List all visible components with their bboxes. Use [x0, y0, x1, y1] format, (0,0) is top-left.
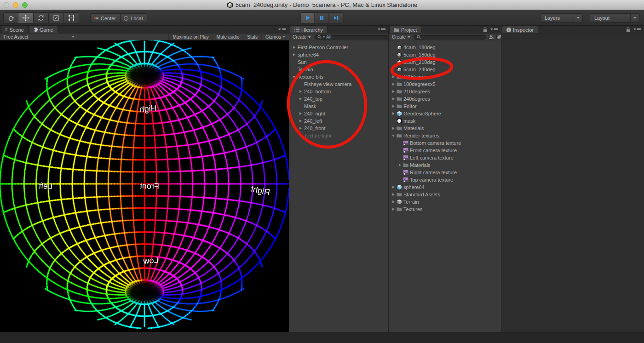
- game-view[interactable]: HighLeftFrontRightLow: [0, 40, 289, 332]
- expand-arrow-icon[interactable]: [291, 51, 297, 58]
- expand-arrow-icon[interactable]: [397, 161, 402, 169]
- unity-scene-icon: [396, 52, 402, 57]
- hierarchy-search[interactable]: [314, 34, 390, 40]
- item-label: sphere64: [298, 52, 319, 57]
- project-item-row[interactable]: Textures: [389, 206, 501, 213]
- expand-arrow-icon[interactable]: [391, 206, 396, 213]
- hierarchy-item-row[interactable]: Mask: [289, 103, 388, 110]
- project-item-row[interactable]: 210degrees: [389, 88, 501, 95]
- person-search-icon: [489, 35, 494, 40]
- project-item-row[interactable]: Materials: [389, 125, 501, 132]
- expand-arrow-icon[interactable]: [391, 73, 396, 80]
- panel-menu-icon[interactable]: [378, 28, 385, 31]
- pivot-center-button[interactable]: Center: [90, 13, 121, 23]
- tab-hierarchy[interactable]: Hierarchy: [290, 26, 328, 33]
- create-button[interactable]: Create: [391, 34, 411, 40]
- create-button[interactable]: Create: [292, 34, 312, 40]
- aspect-dropdown[interactable]: Free Aspect: [0, 34, 78, 40]
- tab-project[interactable]: Project: [389, 26, 421, 33]
- search-filter-caret-icon[interactable]: [323, 36, 325, 38]
- hierarchy-item-row[interactable]: 240_left: [289, 117, 388, 125]
- tab-game[interactable]: Game: [29, 26, 58, 33]
- expand-arrow-icon[interactable]: [298, 95, 303, 103]
- hierarchy-item-row[interactable]: 240_right: [289, 110, 388, 117]
- project-item-row[interactable]: Materials: [389, 161, 501, 169]
- tab-inspector[interactable]: i Inspector: [502, 26, 538, 33]
- expand-arrow-icon[interactable]: [298, 88, 303, 95]
- project-item-row[interactable]: 4cam_180deg: [389, 44, 501, 51]
- project-item-row[interactable]: 240degrees: [389, 95, 501, 103]
- project-item-row[interactable]: 180degreesx5: [389, 80, 501, 88]
- project-item-row[interactable]: Top camera texture: [389, 176, 501, 183]
- expand-arrow-icon[interactable]: [391, 132, 396, 139]
- project-search[interactable]: [414, 34, 486, 40]
- scale-tool-button[interactable]: [49, 12, 64, 23]
- expand-arrow-icon[interactable]: [391, 198, 396, 206]
- expand-arrow-icon[interactable]: [391, 88, 396, 95]
- expand-arrow-icon[interactable]: [391, 103, 396, 110]
- project-item-row[interactable]: Bottom camera texture: [389, 139, 501, 147]
- hand-tool-button[interactable]: [3, 12, 18, 23]
- gizmos-dropdown[interactable]: Gizmos: [261, 34, 289, 40]
- stats-button[interactable]: Stats: [243, 34, 261, 40]
- pause-button[interactable]: [315, 12, 329, 23]
- expand-arrow-icon[interactable]: [298, 125, 303, 132]
- step-button[interactable]: [329, 12, 344, 23]
- layers-dropdown[interactable]: Layers: [540, 13, 583, 23]
- project-item-row[interactable]: Editor: [389, 103, 501, 110]
- expand-arrow-icon[interactable]: [291, 73, 297, 80]
- rotate-tool-button[interactable]: [34, 12, 49, 23]
- project-item-row[interactable]: Standard Assets: [389, 191, 501, 198]
- lock-icon[interactable]: [626, 27, 630, 32]
- hierarchy-item-row[interactable]: 240_top: [289, 95, 388, 103]
- expand-arrow-icon[interactable]: [391, 80, 396, 88]
- zoom-button[interactable]: [22, 2, 28, 8]
- hierarchy-item-row[interactable]: Texture light: [289, 132, 388, 139]
- hierarchy-item-row[interactable]: First Person Controller: [289, 44, 388, 51]
- maximize-on-play-button[interactable]: Maximize on Play: [168, 34, 212, 40]
- project-item-row[interactable]: Right camera texture: [389, 169, 501, 176]
- project-item-row[interactable]: 5cam_210deg: [389, 58, 501, 66]
- hierarchy-item-row[interactable]: sphere64: [289, 51, 388, 58]
- project-item-row[interactable]: 5cam_240deg: [389, 66, 501, 73]
- hierarchy-item-row[interactable]: Terrain: [289, 66, 388, 73]
- expand-arrow-icon[interactable]: [391, 95, 396, 103]
- project-search-input[interactable]: [422, 34, 483, 40]
- close-button[interactable]: [4, 2, 9, 8]
- hierarchy-item-row[interactable]: 240_bottom: [289, 88, 388, 95]
- project-item-row[interactable]: mask: [389, 117, 501, 125]
- hierarchy-item-row[interactable]: Texture bits: [289, 73, 388, 80]
- expand-arrow-icon[interactable]: [298, 110, 303, 117]
- tab-scene[interactable]: # Scene: [0, 26, 29, 33]
- mute-audio-button[interactable]: Mute audio: [213, 34, 243, 40]
- expand-arrow-icon[interactable]: [391, 183, 396, 191]
- project-item-row[interactable]: Front camera texture: [389, 147, 501, 154]
- lock-icon[interactable]: [483, 27, 487, 32]
- panel-menu-icon[interactable]: [490, 28, 498, 31]
- project-item-row[interactable]: GeodesicSphere: [389, 110, 501, 117]
- expand-arrow-icon[interactable]: [291, 44, 297, 51]
- project-item-row[interactable]: sphere64: [389, 183, 501, 191]
- layout-dropdown[interactable]: Layout: [590, 13, 639, 23]
- search-by-type-button[interactable]: [489, 34, 494, 40]
- space-local-button[interactable]: Local: [121, 13, 147, 23]
- expand-arrow-icon[interactable]: [298, 117, 303, 125]
- project-item-row[interactable]: Terrain: [389, 198, 501, 206]
- hierarchy-item-row[interactable]: 240_front: [289, 125, 388, 132]
- expand-arrow-icon[interactable]: [391, 125, 396, 132]
- hierarchy-item-row[interactable]: Sun: [289, 58, 388, 66]
- minimize-button[interactable]: [13, 2, 18, 8]
- play-button[interactable]: [301, 12, 315, 23]
- hierarchy-search-input[interactable]: [326, 34, 387, 40]
- move-tool-button[interactable]: [18, 12, 34, 23]
- project-item-row[interactable]: Render textures: [389, 132, 501, 139]
- panel-menu-icon[interactable]: [633, 28, 641, 31]
- rect-tool-button[interactable]: [64, 12, 79, 23]
- hierarchy-item-row[interactable]: Fisheye view camera: [289, 80, 388, 88]
- project-item-row[interactable]: 5cam_180deg: [389, 51, 501, 58]
- project-item-row[interactable]: 180degrees: [389, 73, 501, 80]
- project-item-row[interactable]: Left camera texture: [389, 154, 501, 161]
- expand-arrow-icon[interactable]: [391, 110, 396, 117]
- panel-menu-icon[interactable]: [278, 28, 286, 31]
- expand-arrow-icon[interactable]: [391, 191, 396, 198]
